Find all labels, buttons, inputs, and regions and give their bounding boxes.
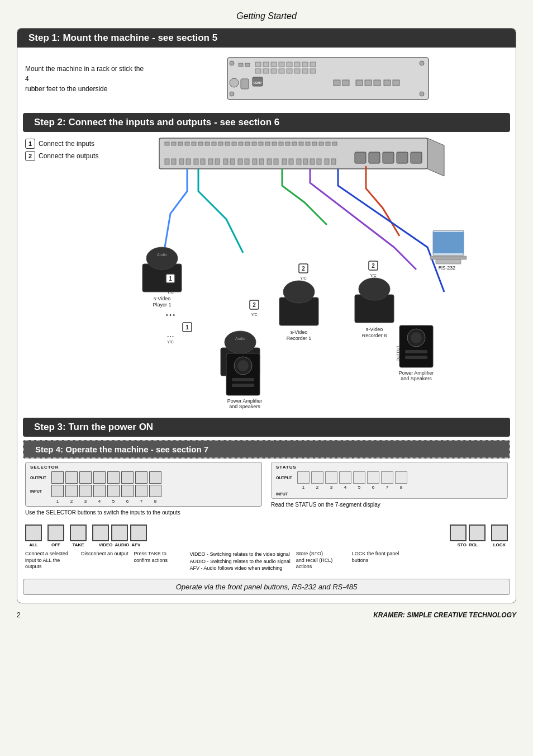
svg-rect-48 <box>252 142 256 145</box>
svg-rect-74 <box>253 159 257 164</box>
selector-input-btn-3[interactable] <box>79 485 92 497</box>
svg-rect-7 <box>287 62 292 67</box>
svg-rect-9 <box>302 62 308 67</box>
all-button-label: ALL <box>29 542 38 547</box>
selector-input-btn-8[interactable] <box>149 485 161 497</box>
svg-rect-5 <box>271 62 277 67</box>
lock-button[interactable] <box>491 525 508 541</box>
selector-input-btn-4[interactable] <box>93 485 106 497</box>
lock-button-label: LOCK <box>493 542 506 547</box>
selector-input-btn-2[interactable] <box>65 485 78 497</box>
svg-rect-49 <box>259 142 263 145</box>
svg-rect-134 <box>232 378 254 381</box>
svg-rect-44 <box>225 142 230 145</box>
svg-rect-58 <box>319 142 323 145</box>
svg-rect-84 <box>325 159 329 164</box>
svg-text:Player 1: Player 1 <box>153 302 171 308</box>
selector-output-btn-8[interactable] <box>149 471 161 484</box>
selector-input-btn-1[interactable] <box>51 485 64 497</box>
svg-point-104 <box>225 331 256 353</box>
svg-text:Recorder 1: Recorder 1 <box>287 336 312 341</box>
svg-text:Recorder 8: Recorder 8 <box>362 333 387 338</box>
num-2: 2 <box>25 151 35 161</box>
video-button[interactable] <box>92 525 109 541</box>
svg-text:2: 2 <box>372 263 375 269</box>
status-num-3: 3 <box>325 485 337 490</box>
svg-rect-39 <box>192 142 196 145</box>
num-col-2: 2 <box>65 499 78 504</box>
brand-text: KRAMER: SIMPLE CREATIVE TECHNOLOGY <box>373 611 516 619</box>
afv-button[interactable] <box>130 525 147 541</box>
selector-description: Use the SELECTOR buttons to switch the i… <box>25 509 262 517</box>
svg-rect-24 <box>365 80 372 86</box>
selector-output-btn-1[interactable] <box>51 471 64 484</box>
off-desc: Disconnect an output <box>81 551 129 572</box>
svg-rect-89 <box>397 152 408 163</box>
selector-output-btn-7[interactable] <box>135 471 147 484</box>
status-num-5: 5 <box>353 485 365 490</box>
svg-rect-3 <box>255 62 261 67</box>
svg-rect-15 <box>287 69 292 73</box>
all-button-group: ALL <box>25 525 42 547</box>
status-diagram: STATUS OUTPUT 1 <box>271 462 508 499</box>
num-col-7: 7 <box>135 499 147 504</box>
off-button[interactable] <box>47 525 64 541</box>
take-desc: Press TAKE to confirm actions <box>134 551 184 572</box>
take-button[interactable] <box>70 525 87 541</box>
svg-rect-81 <box>303 159 308 164</box>
svg-rect-50 <box>265 142 270 145</box>
svg-rect-18 <box>310 69 316 73</box>
svg-rect-4 <box>263 62 269 67</box>
svg-rect-70 <box>223 159 228 164</box>
all-button[interactable] <box>25 525 42 541</box>
svg-rect-37 <box>178 142 183 145</box>
selector-output-btn-3[interactable] <box>79 471 92 484</box>
svg-rect-55 <box>299 142 303 145</box>
take-button-group: TAKE <box>70 525 87 547</box>
audio-button[interactable] <box>111 525 128 541</box>
status-num-6: 6 <box>367 485 379 490</box>
rack-diagram-svg: COMP <box>222 52 434 105</box>
svg-text:Power Amplifier: Power Amplifier <box>227 398 263 404</box>
selector-diagram: SELECTOR OUTPUT IN <box>25 462 262 507</box>
svg-rect-90 <box>411 152 422 163</box>
sto-button[interactable] <box>450 525 467 541</box>
selector-input-btn-7[interactable] <box>135 485 147 497</box>
output-label-right: OUTPUT <box>276 476 296 480</box>
selector-input-btn-6[interactable] <box>121 485 134 497</box>
svg-rect-52 <box>279 142 283 145</box>
svg-text:2: 2 <box>253 302 256 308</box>
svg-text:and Speakers: and Speakers <box>229 404 260 409</box>
connect-inputs-item: 1 Connect the inputs <box>25 139 109 149</box>
selector-output-btn-2[interactable] <box>65 471 78 484</box>
sto-rcl-group: STO RCL <box>450 525 486 547</box>
svg-rect-146 <box>433 232 464 253</box>
main-content-box: Step 1: Mount the machine - see section … <box>17 28 516 603</box>
status-num-7: 7 <box>381 485 393 490</box>
connect-outputs-item: 2 Connect the outputs <box>25 151 109 161</box>
audio-label: AUDIO <box>115 542 130 547</box>
svg-rect-64 <box>179 159 184 164</box>
svg-rect-22 <box>342 80 349 86</box>
svg-point-19 <box>230 78 239 87</box>
page-footer: 2 KRAMER: SIMPLE CREATIVE TECHNOLOGY <box>17 611 516 619</box>
rcl-button[interactable] <box>469 525 486 541</box>
selector-output-btn-4[interactable] <box>93 471 106 484</box>
svg-text:Y/C: Y/C <box>251 313 258 316</box>
svg-rect-82 <box>310 159 315 164</box>
svg-rect-16 <box>294 69 300 73</box>
svg-rect-72 <box>238 159 242 164</box>
svg-text:Audio: Audio <box>157 253 167 257</box>
selector-output-btn-5[interactable] <box>107 471 120 484</box>
svg-rect-69 <box>215 159 220 164</box>
selector-input-btn-5[interactable] <box>107 485 120 497</box>
selector-label: SELECTOR <box>30 465 59 470</box>
svg-rect-83 <box>317 159 321 164</box>
svg-rect-62 <box>165 159 169 164</box>
selector-output-btn-6[interactable] <box>121 471 134 484</box>
svg-marker-61 <box>427 138 444 176</box>
status-num-2: 2 <box>311 485 323 490</box>
svg-rect-57 <box>312 142 317 145</box>
lock-desc: LOCK the front panel buttons <box>352 551 402 572</box>
step1-description: Mount the machine in a rack or stick the… <box>25 64 148 94</box>
